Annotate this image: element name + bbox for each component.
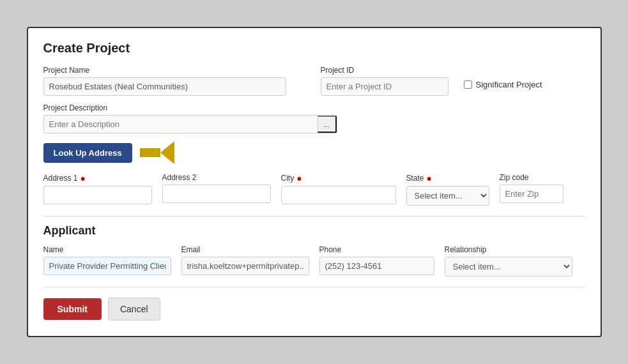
project-id-input[interactable] <box>321 77 448 96</box>
applicant-phone-input[interactable] <box>319 257 434 275</box>
project-id-label: Project ID <box>321 66 448 75</box>
city-required-icon: ● <box>296 173 302 183</box>
relationship-label: Relationship <box>445 245 572 254</box>
applicant-name-input[interactable] <box>43 257 171 275</box>
city-input[interactable] <box>281 186 396 204</box>
project-name-input[interactable] <box>43 77 286 96</box>
address1-required-icon: ● <box>80 173 86 183</box>
email-label: Email <box>181 245 309 254</box>
address1-input[interactable] <box>43 186 152 204</box>
desc-ellipsis-button[interactable]: ... <box>318 116 337 133</box>
project-desc-input[interactable] <box>44 116 318 133</box>
applicant-email-input[interactable] <box>181 257 309 275</box>
cancel-button[interactable]: Cancel <box>108 298 160 321</box>
footer-divider <box>43 287 585 287</box>
zip-input[interactable] <box>500 185 563 203</box>
address1-label: Address 1 <box>43 174 78 183</box>
project-desc-label: Project Description <box>43 103 585 112</box>
phone-label: Phone <box>319 245 434 254</box>
significant-project-label: Significant Project <box>476 80 542 89</box>
zip-label: Zip code <box>500 173 529 182</box>
lookup-address-button[interactable]: Look Up Address <box>43 143 132 163</box>
modal-title: Create Project <box>43 41 585 56</box>
state-required-icon: ● <box>427 173 432 183</box>
create-project-modal: Create Project Project Name Project ID S… <box>27 27 602 337</box>
city-label: City <box>281 174 295 183</box>
applicant-section-title: Applicant <box>43 224 585 238</box>
significant-project-checkbox[interactable] <box>464 80 472 89</box>
state-select[interactable]: Select item... <box>406 186 489 206</box>
project-name-label: Project Name <box>43 66 286 75</box>
address2-label: Address 2 <box>162 173 197 182</box>
address2-input[interactable] <box>162 185 271 203</box>
section-divider <box>43 216 585 216</box>
relationship-select[interactable]: Select item... <box>445 257 572 277</box>
name-label: Name <box>43 245 171 254</box>
submit-button[interactable]: Submit <box>43 298 102 320</box>
state-label: State <box>406 174 424 183</box>
arrow-indicator <box>140 141 174 164</box>
